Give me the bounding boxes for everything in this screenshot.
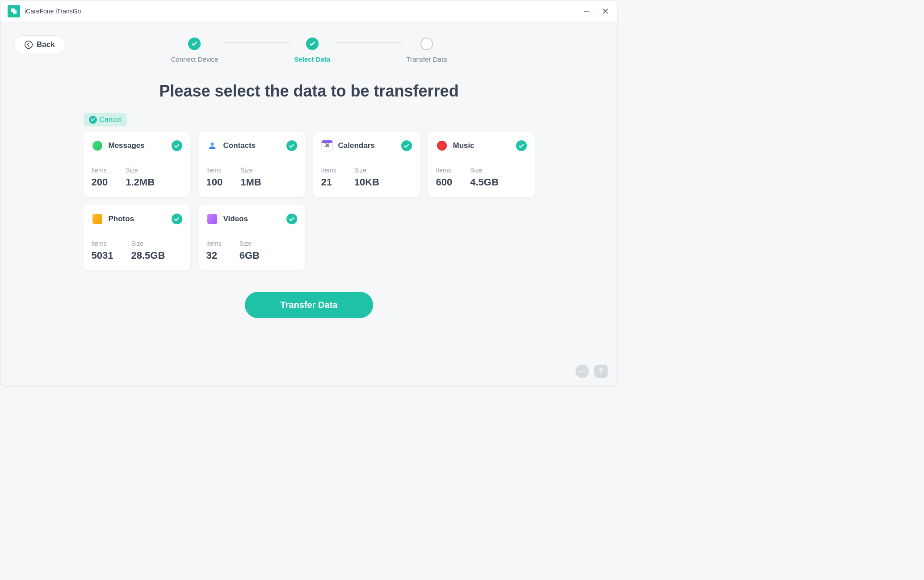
step-line [223,42,290,43]
items-label: Items [92,167,108,174]
page-title: Please select the data to be transferred [14,82,604,101]
close-button[interactable] [602,8,609,14]
contacts-icon [206,140,218,151]
check-icon [89,116,97,124]
messages-icon [92,140,103,151]
svg-point-6 [210,143,214,146]
size-value: 1MB [240,177,261,188]
size-value: 6GB [239,250,260,261]
stepper: Connect Device Select Data Transfer Data [14,22,604,63]
step-circle-pending [420,38,433,50]
card-title: Photos [109,214,134,223]
arrow-left-icon [24,40,33,49]
cancel-selection-button[interactable]: Cancel [84,113,127,126]
music-icon [436,140,448,151]
items-value: 600 [436,177,453,188]
calendars-icon [321,140,333,151]
minimize-button[interactable] [584,8,590,14]
app-title: iCareFone iTransGo [25,8,81,15]
step-circle-done [188,38,201,50]
card-checkbox[interactable] [172,140,182,151]
card-checkbox[interactable] [516,140,527,151]
items-value: 100 [206,177,223,188]
app-logo [8,5,20,17]
size-value: 10KB [354,177,379,188]
card-checkbox[interactable] [286,140,297,151]
help-icon[interactable]: ? [594,365,608,378]
step-select-data: Select Data [294,38,330,63]
back-label: Back [37,40,55,49]
chat-icon[interactable] [575,365,589,378]
items-label: Items [206,240,222,247]
items-label: Items [436,167,453,174]
size-value: 28.5GB [131,250,165,261]
size-value: 4.5GB [470,177,499,188]
step-transfer-data: Transfer Data [406,38,447,63]
step-circle-active [306,38,319,50]
items-label: Items [206,167,223,174]
data-card-music[interactable]: MusicItems600Size4.5GB [428,132,535,197]
videos-icon [206,213,218,225]
transfer-data-button[interactable]: Transfer Data [245,292,374,318]
card-title: Messages [109,141,145,150]
step-connect-device: Connect Device [171,38,218,63]
svg-rect-1 [13,10,17,14]
step-label: Transfer Data [406,55,447,63]
card-checkbox[interactable] [286,214,297,224]
svg-point-5 [25,41,33,49]
items-label: Items [92,240,113,247]
size-label: Size [470,167,499,174]
items-value: 21 [321,177,336,188]
card-title: Videos [223,214,248,223]
data-card-videos[interactable]: VideosItems32Size6GB [198,205,305,270]
card-checkbox[interactable] [172,214,182,224]
step-label: Select Data [294,55,330,63]
card-title: Calendars [338,141,375,150]
svg-point-8 [582,371,583,372]
items-value: 5031 [92,250,113,261]
data-card-messages[interactable]: MessagesItems200Size1.2MB [84,132,190,197]
size-label: Size [239,240,260,247]
step-label: Connect Device [171,55,218,63]
check-icon [191,41,197,47]
size-value: 1.2MB [126,177,155,188]
items-value: 32 [206,250,222,261]
photos-icon [92,213,103,225]
items-value: 200 [92,177,108,188]
card-title: Music [453,141,475,150]
data-card-contacts[interactable]: ContactsItems100Size1MB [198,132,305,197]
back-button[interactable]: Back [14,35,65,54]
size-label: Size [240,167,261,174]
card-checkbox[interactable] [401,140,412,151]
svg-point-7 [580,371,581,372]
card-title: Contacts [223,141,256,150]
data-card-photos[interactable]: PhotosItems5031Size28.5GB [84,205,190,270]
svg-point-9 [584,371,585,372]
check-icon [309,41,315,47]
titlebar: iCareFone iTransGo [0,0,617,22]
size-label: Size [126,167,155,174]
cancel-label: Cancel [100,116,122,124]
size-label: Size [131,240,165,247]
items-label: Items [321,167,336,174]
data-type-grid: MessagesItems200Size1.2MBContactsItems10… [84,132,535,270]
data-card-calendars[interactable]: CalendarsItems21Size10KB [313,132,420,197]
step-line [335,42,402,43]
size-label: Size [354,167,379,174]
